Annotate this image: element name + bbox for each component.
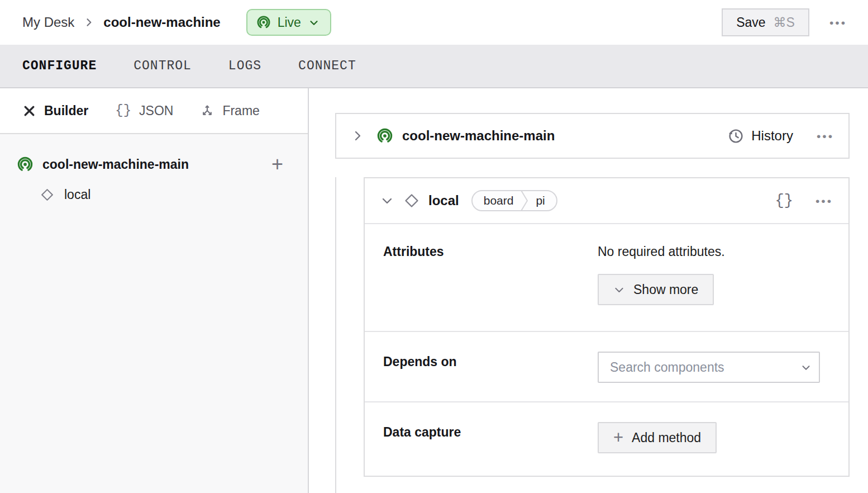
machine-status-label: Live xyxy=(278,15,301,30)
show-more-button[interactable]: Show more xyxy=(598,274,714,305)
broadcast-icon xyxy=(17,156,34,173)
view-mode-switcher: Builder {} JSON Frame xyxy=(0,88,308,134)
depends-on-label: Depends on xyxy=(365,332,598,401)
component-model-label: pi xyxy=(529,194,556,207)
content-area: Builder {} JSON Frame xyxy=(0,88,868,493)
machine-part-title: cool-new-machine-main xyxy=(402,128,555,144)
component-json-toggle-icon[interactable]: {} xyxy=(775,193,793,208)
plus-icon: + xyxy=(613,431,623,445)
tab-configure[interactable]: CONFIGURE xyxy=(22,59,97,73)
data-capture-section: Data capture + Add method xyxy=(365,402,848,476)
machine-part-card: cool-new-machine-main History ••• xyxy=(335,113,850,159)
component-type-badge: board pi xyxy=(471,190,557,211)
add-method-button-label: Add method xyxy=(632,430,701,445)
depends-on-section: Depends on xyxy=(365,332,848,402)
broadcast-icon xyxy=(376,127,393,144)
component-diamond-icon xyxy=(40,188,54,202)
save-button[interactable]: Save ⌘S xyxy=(722,8,809,36)
machine-tabbar: CONFIGURE CONTROL LOGS CONNECT xyxy=(0,45,868,88)
collapse-chevron-down-icon[interactable] xyxy=(380,194,394,207)
history-clock-icon xyxy=(728,128,744,144)
part-card-overflow-menu-icon[interactable]: ••• xyxy=(817,130,834,142)
component-card-header: local board pi {} ••• xyxy=(365,178,848,224)
tree-item-local-label: local xyxy=(64,187,90,202)
expand-chevron-right-icon[interactable] xyxy=(351,129,364,143)
component-type-label: board xyxy=(473,194,521,207)
header-overflow-menu-icon[interactable]: ••• xyxy=(829,17,847,29)
config-main-panel: cool-new-machine-main History ••• xyxy=(309,88,868,493)
badge-divider-chevron-icon xyxy=(520,191,529,211)
chevron-down-icon xyxy=(308,16,320,29)
machine-config-page: My Desk cool-new-machine Live Save ⌘S ••… xyxy=(0,0,868,493)
mode-json[interactable]: {} JSON xyxy=(115,103,173,118)
show-more-button-label: Show more xyxy=(633,282,698,297)
attributes-empty-text: No required attributes. xyxy=(598,244,818,259)
top-header: My Desk cool-new-machine Live Save ⌘S ••… xyxy=(0,0,868,45)
frame-axes-icon xyxy=(200,103,214,118)
tree-guide-line xyxy=(335,177,336,493)
breadcrumb-separator-icon xyxy=(83,17,94,28)
component-card-local: local board pi {} ••• Attributes xyxy=(364,177,850,477)
component-tree: cool-new-machine-main + local xyxy=(0,134,308,493)
component-overflow-menu-icon[interactable]: ••• xyxy=(815,195,833,207)
config-sidebar: Builder {} JSON Frame xyxy=(0,88,309,493)
mode-builder-label: Builder xyxy=(44,103,88,118)
tree-item-machine-part-label: cool-new-machine-main xyxy=(42,157,189,172)
json-braces-icon: {} xyxy=(115,104,131,117)
mode-builder[interactable]: Builder xyxy=(22,103,88,118)
tree-item-local[interactable]: local xyxy=(0,180,308,209)
component-title: local xyxy=(428,193,459,208)
save-shortcut-hint: ⌘S xyxy=(774,15,795,30)
component-diamond-icon xyxy=(404,193,419,208)
history-button[interactable]: History xyxy=(728,128,793,144)
machine-status-dropdown[interactable]: Live xyxy=(246,9,331,36)
mode-frame-label: Frame xyxy=(222,103,259,118)
add-method-button[interactable]: + Add method xyxy=(598,422,717,453)
depends-on-select[interactable] xyxy=(598,352,820,383)
tree-item-machine-part[interactable]: cool-new-machine-main + xyxy=(0,149,308,180)
chevron-down-icon xyxy=(613,284,625,296)
add-component-button[interactable]: + xyxy=(271,157,283,173)
history-button-label: History xyxy=(751,128,793,144)
mode-json-label: JSON xyxy=(139,103,173,118)
mode-frame[interactable]: Frame xyxy=(200,103,259,118)
tab-control[interactable]: CONTROL xyxy=(133,59,192,73)
save-button-label: Save xyxy=(736,15,765,30)
data-capture-label: Data capture xyxy=(365,402,598,476)
tab-connect[interactable]: CONNECT xyxy=(298,59,356,73)
broadcast-icon xyxy=(256,15,271,30)
breadcrumb-parent-link[interactable]: My Desk xyxy=(22,15,74,30)
search-components-input[interactable] xyxy=(598,352,820,383)
builder-tools-icon xyxy=(22,104,36,118)
attributes-section: Attributes No required attributes. Show … xyxy=(365,224,848,332)
breadcrumb-machine-name: cool-new-machine xyxy=(103,15,220,30)
attributes-label: Attributes xyxy=(365,224,598,331)
tab-logs[interactable]: LOGS xyxy=(228,59,261,73)
